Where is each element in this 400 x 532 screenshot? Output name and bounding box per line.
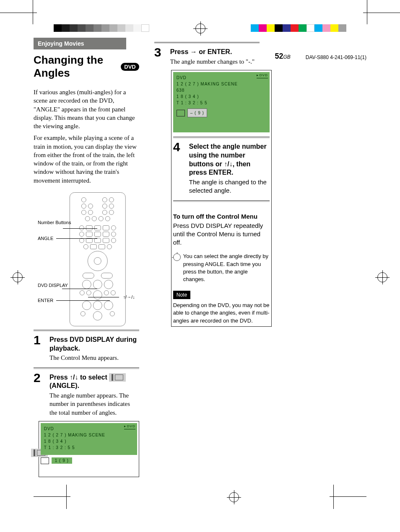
- registration-mark-icon: [13, 272, 23, 282]
- step-number: 2: [34, 372, 44, 418]
- crop-marks-bottom: [34, 480, 366, 509]
- note-text: Depending on the DVD, you may not be abl…: [173, 302, 270, 325]
- step-text: The angle is changed to the selected ang…: [189, 178, 270, 195]
- tip-icon: [173, 253, 181, 261]
- step-4: 4 Select the angle number using the numb…: [173, 141, 270, 196]
- color-bar: [251, 24, 346, 32]
- remote-label-arrows: ↑/→/↓: [123, 294, 135, 300]
- osd-line: 1 2 ( 2 7 ) MAKING SCENE: [44, 432, 134, 438]
- osd-line: T 1 : 3 2 : 5 5: [44, 444, 134, 451]
- page-number: 52GB: [275, 52, 290, 480]
- osd-line: DVD: [44, 426, 134, 432]
- osd-line: 6381 8 ( 3 4 ) T 1 : 3 2 : 5 5: [177, 87, 266, 106]
- intro-paragraph-2: For example, while playing a scene of a …: [34, 134, 139, 185]
- step-text: The angle number appears. The number in …: [49, 391, 139, 417]
- osd-angle-value: – ( 9 ): [187, 108, 207, 117]
- step-text: The angle number changes to "-.": [170, 57, 260, 66]
- turn-off-text: Press DVD DISPLAY repeatedly until the C…: [173, 222, 270, 247]
- step-number: 1: [34, 334, 44, 363]
- step-heading: Press → or ENTER.: [170, 48, 260, 57]
- step-heading: Press DVD DISPLAY during playback.: [49, 336, 139, 353]
- registration-mark-icon: [195, 23, 205, 34]
- crop-marks-top: [0, 0, 400, 38]
- dvd-badge-icon: DVD: [121, 63, 139, 71]
- remote-outline: [70, 192, 126, 326]
- sub-heading: To turn off the Control Menu: [173, 213, 270, 220]
- osd-dvd-mini: DVD: [124, 424, 135, 429]
- osd-screen: DVD DVD 1 2 ( 2 7 ) MAKING SCENE 1 8 ( 3…: [39, 421, 139, 477]
- step-2: 2 Press ↑/↓ to select (ANGLE). The angle…: [34, 372, 139, 418]
- step-3: 3 Press → or ENTER. The angle number cha…: [154, 46, 260, 67]
- footer-doc-id: DAV-S880 4-241-069-11(1): [306, 54, 366, 480]
- step-number: 4: [173, 141, 184, 196]
- osd-line: 1 8 ( 3 4 ): [44, 438, 134, 444]
- step-text: The Control Menu appears.: [49, 354, 139, 362]
- angle-icon: [109, 373, 126, 382]
- camera-icon: [41, 457, 49, 464]
- remote-label-number-buttons: Number Buttons: [38, 220, 71, 225]
- step-heading: Select the angle number using the number…: [189, 142, 270, 177]
- step-number: 3: [154, 46, 165, 67]
- osd-dvd-mini: DVD: [257, 73, 268, 78]
- camera-icon: [177, 110, 185, 116]
- osd-screen: DVD DVD 1 2 ( 2 7 ) MAKING SCENE 6381 8 …: [171, 70, 272, 327]
- remote-figure: Number Buttons ANGLE DVD DISPLAY ENTER ↑…: [34, 192, 139, 322]
- page-title: Changing the Angles DVD: [34, 54, 139, 80]
- osd-line: T 1 : 3 2 : 5 5: [177, 100, 266, 106]
- intro-paragraph-1: If various angles (multi-angles) for a s…: [34, 88, 139, 130]
- registration-mark-icon: [377, 272, 387, 282]
- section-label: Enjoying Movies: [34, 38, 126, 49]
- title-text: Changing the Angles: [34, 54, 117, 80]
- osd-line: 1 2 ( 2 7 ) MAKING SCENE: [177, 81, 266, 87]
- tip-text: You can select the angle directly by pre…: [183, 253, 270, 283]
- osd-angle-value: 1 ( 9 ): [52, 457, 72, 464]
- osd-line: DVD: [177, 75, 266, 81]
- tip: You can select the angle directly by pre…: [173, 253, 270, 283]
- note-label: Note: [173, 291, 190, 299]
- remote-label-enter: ENTER: [38, 298, 53, 303]
- osd-line: 1 8 ( 3 4 ): [177, 93, 266, 100]
- grayscale-bar: [54, 24, 149, 32]
- registration-mark-icon: [229, 492, 239, 502]
- step-1: 1 Press DVD DISPLAY during playback. The…: [34, 334, 139, 363]
- remote-label-angle: ANGLE: [38, 236, 53, 241]
- remote-label-dvd-display: DVD DISPLAY: [38, 283, 68, 288]
- step-heading: Press ↑/↓ to select (ANGLE).: [49, 373, 139, 391]
